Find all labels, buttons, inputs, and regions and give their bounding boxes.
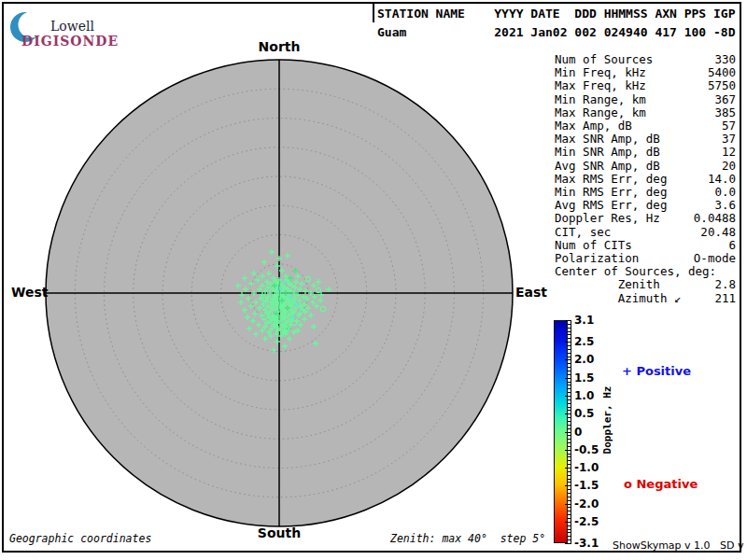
- colorbar-major-tick: [565, 413, 571, 414]
- colorbar-minor-tick: [568, 367, 571, 368]
- colorbar-minor-tick: [568, 511, 571, 511]
- measurement-header: STATION NAME YYYY DATE DDD HHMMSS AXN PP…: [377, 5, 736, 42]
- colorbar-minor-tick: [568, 328, 571, 329]
- compass-north-label: North: [259, 39, 301, 54]
- colorbar-tick-label: 1.5: [574, 371, 606, 385]
- colorbar-minor-tick: [568, 425, 571, 426]
- colorbar-minor-tick: [568, 349, 571, 350]
- colorbar-minor-tick: [568, 456, 571, 457]
- stat-row: Num of Sources330: [555, 53, 736, 66]
- lowell-digisonde-logo: Lowell DIGISONDE: [7, 6, 129, 50]
- colorbar-minor-tick: [568, 479, 571, 480]
- header-divider: [373, 2, 374, 22]
- colorbar-major-tick: [565, 320, 571, 321]
- stat-label: Polarization: [555, 252, 639, 265]
- footer-coordinate-system: Geographic coordinates: [9, 532, 151, 545]
- stat-value: 14.0: [708, 173, 736, 186]
- colorbar-minor-tick: [568, 331, 571, 332]
- stat-row: Avg RMS Err, deg3.6: [555, 199, 736, 212]
- colorbar-tick-label: 2.0: [574, 353, 606, 366]
- colorbar-minor-tick: [568, 428, 571, 429]
- colorbar-major-tick: [565, 432, 571, 433]
- stat-label: CIT, sec: [555, 226, 611, 239]
- colorbar-minor-tick: [568, 363, 571, 364]
- stat-row: Max Range, km385: [555, 106, 736, 119]
- stat-label: Num of Sources: [555, 53, 653, 66]
- colorbar-minor-tick: [568, 532, 571, 533]
- colorbar-tick-label: -2.0: [574, 497, 606, 511]
- stat-label: Zenith: [555, 278, 660, 291]
- header-values: Guam 2021 Jan02 002 024940 417 100 -8D: [377, 23, 736, 42]
- stat-row: Max SNR Amp, dB37: [555, 133, 736, 146]
- stat-label: Max Range, km: [555, 106, 646, 119]
- stat-value: 2.8: [714, 278, 736, 291]
- stat-label: Doppler Res, Hz: [555, 212, 660, 225]
- stat-value: 20.48: [700, 226, 736, 239]
- colorbar-minor-tick: [568, 371, 571, 371]
- colorbar-major-tick: [565, 485, 571, 486]
- stat-row: Avg SNR Amp, dB20: [555, 160, 736, 173]
- stat-label: Avg SNR Amp, dB: [555, 160, 660, 173]
- stat-value: 6: [728, 239, 736, 252]
- colorbar-minor-tick: [568, 439, 571, 440]
- colorbar-minor-tick: [568, 464, 571, 465]
- colorbar-minor-tick: [568, 399, 571, 400]
- stat-row: CIT, sec20.48: [555, 226, 736, 239]
- stat-value: 3.6: [714, 199, 736, 212]
- colorbar-major-tick: [565, 504, 571, 505]
- stat-row: Max Freq, kHz5750: [555, 79, 736, 92]
- stat-value: 57: [722, 119, 736, 133]
- logo-digisonde-text: DIGISONDE: [21, 34, 119, 49]
- stat-row: PolarizationO-mode: [555, 252, 736, 265]
- stat-label: Max SNR Amp, dB: [555, 133, 660, 146]
- stat-value: 12: [722, 146, 736, 159]
- colorbar-major-tick: [565, 359, 571, 360]
- colorbar-minor-tick: [568, 482, 571, 483]
- stat-row: Num of CITs6: [555, 239, 736, 252]
- colorbar-minor-tick: [568, 334, 571, 335]
- colorbar-minor-tick: [568, 403, 571, 404]
- stat-label: Max RMS Err, deg: [555, 173, 667, 186]
- colorbar-minor-tick: [568, 345, 571, 346]
- colorbar-minor-tick: [568, 324, 571, 325]
- colorbar-minor-tick: [568, 493, 571, 494]
- colorbar-minor-tick: [568, 382, 571, 383]
- colorbar-minor-tick: [568, 410, 571, 411]
- colorbar-minor-tick: [568, 471, 571, 472]
- colorbar-minor-tick: [568, 421, 571, 422]
- colorbar-minor-tick: [568, 357, 571, 357]
- colorbar-minor-tick: [568, 374, 571, 375]
- stat-row: Max Amp, dB57: [555, 119, 736, 133]
- stats-panel: Num of Sources330Min Freq, kHz5400Max Fr…: [555, 53, 736, 305]
- stat-label: Min SNR Amp, dB: [555, 146, 660, 159]
- colorbar-major-tick: [565, 342, 571, 343]
- stat-value: 20: [722, 160, 736, 173]
- colorbar-minor-tick: [568, 338, 571, 339]
- stat-value: 5750: [708, 79, 736, 92]
- colorbar-minor-tick: [568, 536, 571, 537]
- colorbar-minor-tick: [568, 497, 571, 497]
- footer-version: ShowSkymap v 1.0 SD v 5.1: [613, 539, 747, 552]
- colorbar-tick-label: 3.1: [574, 314, 606, 327]
- stat-label: Min RMS Err, deg: [555, 186, 667, 199]
- stat-row: Zenith2.8: [555, 278, 736, 291]
- doppler-axis-label: Doppler, Hz: [601, 386, 613, 455]
- colorbar-minor-tick: [568, 529, 571, 530]
- colorbar-minor-tick: [568, 442, 571, 443]
- colorbar-tick-label: -1.0: [574, 461, 606, 474]
- colorbar-tick-label: -3.1: [574, 537, 606, 550]
- colorbar-major-tick: [565, 378, 571, 379]
- colorbar-minor-tick: [568, 507, 571, 508]
- colorbar-minor-tick: [568, 500, 571, 501]
- legend-negative: o Negative: [624, 477, 698, 491]
- colorbar-minor-tick: [568, 514, 571, 515]
- stat-label: Avg RMS Err, deg: [555, 199, 667, 212]
- colorbar-minor-tick: [568, 518, 571, 519]
- stat-value: 330: [714, 53, 736, 66]
- showskymap-window: Lowell DIGISONDE STATION NAME YYYY DATE …: [0, 0, 747, 560]
- stat-value: 0.0488: [694, 212, 736, 225]
- stat-label: Min Freq, kHz: [555, 66, 646, 79]
- stat-row: Doppler Res, Hz0.0488: [555, 212, 736, 225]
- colorbar-tick-label: -2.5: [574, 515, 606, 528]
- colorbar-minor-tick: [568, 460, 571, 461]
